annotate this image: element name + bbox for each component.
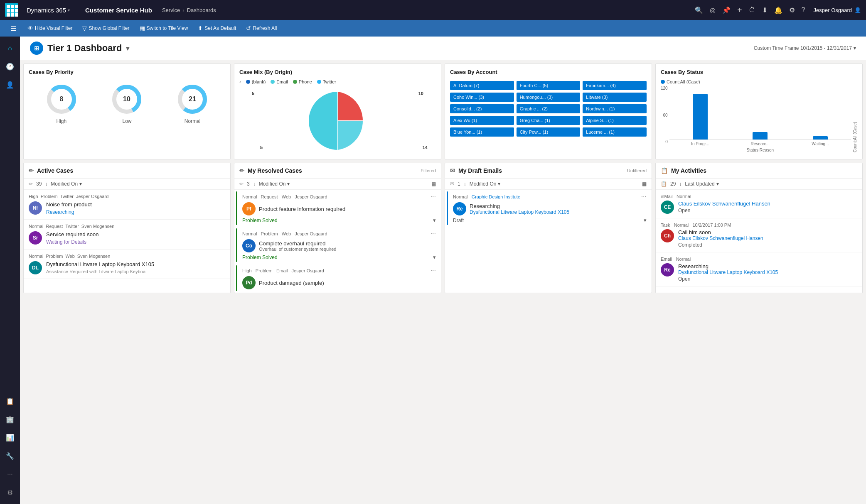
sidebar-item-more[interactable]: ···	[2, 466, 18, 482]
resolved-tags-2: Normal Problem Web Jesper Osgaard	[242, 231, 327, 236]
time-frame-selector[interactable]: Custom Time Frame 10/1/2015 - 12/31/2017…	[754, 45, 856, 51]
tag-litware[interactable]: Litware (3)	[583, 93, 647, 102]
active-cases-subheader: ✏ 39 ↓ Modified On ▾	[24, 179, 230, 190]
help-icon[interactable]: ?	[802, 6, 805, 14]
tag-northwin[interactable]: Northwin... (1)	[583, 104, 647, 113]
activity-title-1[interactable]: Claus Eilskov Schwanenflugel Hansen	[678, 201, 857, 207]
sort-arrow[interactable]: ↓	[45, 181, 47, 187]
sort-arrow-activities[interactable]: ↓	[679, 181, 681, 187]
app-name-section[interactable]: Dynamics 365 ▾	[22, 7, 75, 14]
activity-item-2: Task Normal 10/2/2017 1:00 PM Ch Call hi…	[656, 218, 862, 252]
bell-icon[interactable]: 🔔	[774, 6, 782, 14]
draft-sort[interactable]: Modified On ▾	[470, 181, 501, 187]
activity-link-3[interactable]: Dysfunctional Litware Laptop Keyboard X1…	[678, 269, 857, 275]
chevron-down-draft[interactable]: ▾	[644, 217, 647, 223]
hide-visual-filter-btn[interactable]: 👁 Hide Visual Filter	[23, 23, 76, 33]
resolved-sort[interactable]: Modified On ▾	[259, 181, 290, 187]
activity-link-2[interactable]: Claus Eilskov Schwanenflugel Hansen	[678, 235, 857, 241]
task-icon: 📋	[661, 167, 668, 174]
resolved-name-3[interactable]: Product damaged (sample)	[259, 280, 324, 286]
app-name-caret: ▾	[68, 8, 70, 12]
dashboard-title: Tier 1 Dashboard	[47, 43, 122, 54]
modified-on-sort[interactable]: Modified On ▾	[51, 181, 82, 187]
resolved-status-row-2: Problem Solved ▾	[242, 254, 436, 260]
my-activities-count: 29	[670, 181, 676, 187]
sidebar-item-home[interactable]: ⌂	[2, 40, 18, 56]
activities-sort[interactable]: Last Updated ▾	[685, 181, 718, 187]
more-icon-3[interactable]: ···	[431, 267, 436, 274]
tag-consolid[interactable]: Consolid... (2)	[450, 104, 514, 113]
bar-chart-area: In Progr... Researc... Waiting... Status…	[669, 86, 851, 152]
grid-icon-resolved[interactable]: ▦	[431, 181, 436, 187]
draft-link-1[interactable]: Dysfunctional Litware Laptop Keyboard X1…	[470, 209, 569, 215]
active-case-item-1: High Problem Twitter Jesper Osgaard Nf N…	[24, 190, 230, 220]
donut-low-label: Low	[110, 118, 143, 124]
activity-info-1: Claus Eilskov Schwanenflugel Hansen Open	[678, 201, 857, 213]
sidebar-item-history[interactable]: 🕐	[2, 58, 18, 75]
breadcrumb-section[interactable]: Dashboards	[187, 7, 216, 13]
search-icon[interactable]: 🔍	[695, 6, 703, 14]
activity-tags-1: inMail Normal	[661, 194, 857, 199]
avatar-re2: Re	[661, 263, 674, 276]
pencil-icon-2: ✏	[29, 181, 33, 187]
tag-adatum[interactable]: A. Datum (7)	[450, 81, 514, 90]
more-icon-draft-1[interactable]: ···	[641, 193, 647, 201]
pencil-icon: ✏	[29, 167, 34, 174]
legend-dot-blank	[246, 80, 250, 84]
case-status-1[interactable]: Researching	[46, 209, 225, 215]
case-status-2[interactable]: Waiting for Details	[46, 239, 225, 245]
tag-blueyou[interactable]: Blue Yon... (1)	[450, 127, 514, 137]
waffle-menu[interactable]	[5, 3, 18, 17]
chevron-down-1[interactable]: ▾	[433, 217, 436, 223]
sidebar-item-user[interactable]: 👤	[2, 76, 18, 93]
tag-humongou[interactable]: Humongou... (3)	[517, 93, 581, 102]
pin-icon[interactable]: 📌	[722, 6, 731, 14]
tag-fabrikam[interactable]: Fabrikam... (4)	[583, 81, 647, 90]
sidebar-item-reports[interactable]: 📊	[2, 429, 18, 446]
tag-lucerne[interactable]: Lucerne ... (1)	[583, 127, 647, 137]
tag-citypow[interactable]: City Pow... (1)	[517, 127, 581, 137]
tag-fourthc[interactable]: Fourth C... (5)	[517, 81, 581, 90]
tag-alpines[interactable]: Alpine S... (1)	[583, 116, 647, 125]
clock-icon[interactable]: ⏱	[749, 6, 755, 14]
sidebar-item-settings[interactable]: ⚙	[2, 484, 18, 501]
draft-name-1[interactable]: Researching	[470, 203, 569, 209]
draft-account-link[interactable]: Graphic Design Institute	[472, 194, 520, 199]
hamburger-icon[interactable]: ☰	[5, 20, 22, 37]
tag-coho[interactable]: Coho Win... (3)	[450, 93, 514, 102]
show-global-filter-btn[interactable]: ▽ Show Global Filter	[78, 23, 133, 33]
switch-tile-view-btn[interactable]: ▦ Switch to Tile View	[135, 23, 192, 33]
more-icon-1[interactable]: ···	[431, 193, 436, 201]
resolved-name-1[interactable]: Product feature information required	[259, 206, 345, 212]
grid-icon-draft[interactable]: ▦	[642, 181, 647, 187]
tag-graphic[interactable]: Graphic ... (2)	[517, 104, 581, 113]
legend-nav-left[interactable]: ‹	[239, 79, 241, 84]
case-name-2[interactable]: Service required soon	[46, 231, 225, 237]
dashboard-caret[interactable]: ▾	[126, 44, 129, 52]
sidebar-item-entities[interactable]: 🏢	[2, 411, 18, 428]
widget-title-status: Cases By Status	[661, 69, 857, 75]
tag-gregcha[interactable]: Greg Cha... (1)	[517, 116, 581, 125]
sidebar-item-tools[interactable]: 🔧	[2, 448, 18, 464]
resolved-name-2[interactable]: Complete overhaul required	[259, 240, 336, 247]
tag-alexwu[interactable]: Alex Wu (1)	[450, 116, 514, 125]
user-section[interactable]: Jesper Osgaard 👤	[814, 7, 861, 13]
case-name-1[interactable]: Noise from product	[46, 201, 225, 208]
plus-icon[interactable]: +	[737, 5, 742, 15]
svg-text:10: 10	[123, 95, 131, 103]
case-name-3[interactable]: Dysfunctional Litware Laptop Keyboard X1…	[46, 261, 225, 267]
sort-arrow-draft[interactable]: ↓	[464, 181, 466, 187]
refresh-all-btn[interactable]: ↺ Refresh All	[242, 23, 281, 33]
set-as-default-btn[interactable]: ⬆ Set As Default	[194, 23, 240, 33]
sort-caret-draft: ▾	[498, 181, 500, 187]
sort-arrow-resolved[interactable]: ↓	[253, 181, 256, 187]
chevron-down-2[interactable]: ▾	[433, 254, 436, 260]
donut-row: 8 High 10 Low	[29, 79, 225, 127]
breadcrumb-service[interactable]: Service	[162, 7, 180, 13]
more-icon-2[interactable]: ···	[431, 230, 436, 237]
settings-icon[interactable]: ⚙	[789, 6, 795, 14]
download-icon[interactable]: ⬇	[762, 6, 768, 14]
activity-name-3: Researching	[678, 263, 857, 269]
target-icon[interactable]: ◎	[710, 6, 716, 14]
sidebar-item-cases[interactable]: 📋	[2, 393, 18, 409]
